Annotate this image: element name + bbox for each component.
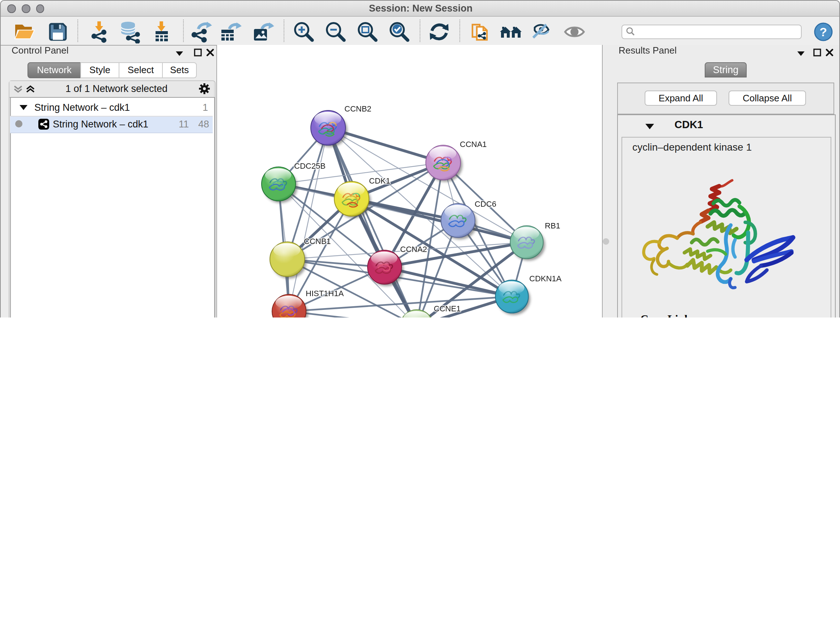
svg-text:CCNA2: CCNA2	[400, 245, 427, 254]
svg-text:CCNB2: CCNB2	[344, 104, 371, 113]
svg-text:HIST1H1A: HIST1H1A	[306, 289, 344, 298]
svg-text:RB1: RB1	[545, 221, 561, 230]
svg-text:?: ?	[820, 25, 827, 39]
svg-text:CCNE1: CCNE1	[434, 304, 461, 313]
svg-text:CDC6: CDC6	[475, 200, 496, 209]
svg-text:CDKN1A: CDKN1A	[529, 274, 562, 283]
svg-text:CDC25B: CDC25B	[294, 162, 325, 171]
svg-text:CDK1: CDK1	[369, 176, 390, 185]
svg-text:CCNB1: CCNB1	[304, 237, 331, 246]
svg-text:CCNA1: CCNA1	[460, 140, 487, 149]
